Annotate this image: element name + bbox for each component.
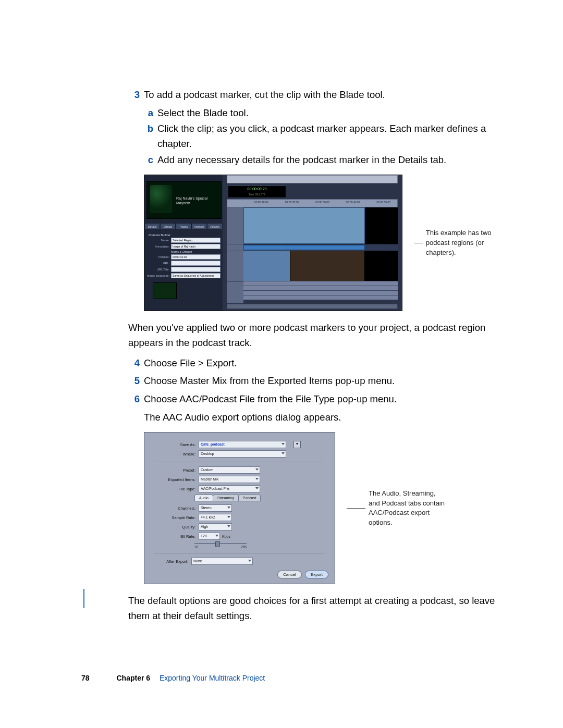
expand-button[interactable]: ▾ (293, 441, 301, 448)
tab-streaming[interactable]: Streaming (213, 495, 239, 501)
url-label: URL: (146, 262, 169, 265)
audio-track-4[interactable] (243, 295, 398, 300)
channels-select[interactable]: Stereo (199, 504, 232, 512)
movie-clip-a[interactable] (243, 251, 290, 281)
paragraph-after-fig1: When you've applied two or more podcast … (128, 320, 500, 350)
timeline-pane: 00:00:09:23 Beat 39.2.078 00:00:10:00 00… (223, 175, 402, 311)
chapter-checkbox-label[interactable]: Marks a Chapter (171, 250, 192, 253)
step-text: Choose File > Export. (144, 356, 500, 371)
step-4: 4 Choose File > Export. (128, 356, 500, 371)
toolbar[interactable] (227, 175, 398, 183)
divider (154, 553, 325, 553)
audio-track-2[interactable] (243, 286, 398, 290)
export-button[interactable]: Export (305, 571, 328, 578)
step-5: 5 Choose Master Mix from the Exported It… (128, 374, 500, 389)
position-label: Position: (146, 255, 169, 258)
url-field[interactable] (171, 261, 221, 266)
tab-podcast[interactable]: Podcast (238, 495, 261, 501)
callout-leader-line (347, 508, 365, 509)
chapter-label: Chapter 6 (116, 674, 150, 682)
channels-label: Channels: (152, 506, 195, 511)
tab-actions[interactable]: Actions (207, 223, 223, 229)
position-field[interactable]: 00:00:13:02 (171, 254, 221, 260)
callout-leader-line (414, 243, 423, 243)
quality-select[interactable]: High (199, 523, 232, 530)
where-label: Where: (152, 452, 195, 456)
filetype-select[interactable]: AAC/Podcast File (199, 485, 260, 492)
export-tabs: Audio Streaming Podcast (194, 495, 335, 501)
tab-analysis[interactable]: Analysis (191, 223, 207, 229)
substep-c: c Add any necessary details for the podc… (144, 153, 500, 168)
step-number: 3 (128, 88, 140, 103)
document-page: 3 To add a podcast marker, cut the clip … (0, 0, 563, 728)
step-number: 4 (128, 356, 140, 371)
exported-select[interactable]: Master Mix (199, 476, 260, 483)
step-text: Choose Master Mix from the Exported Item… (144, 374, 500, 389)
bitrate-slider[interactable] (194, 543, 247, 544)
podcast-region-1[interactable] (243, 245, 288, 250)
video-clip[interactable] (243, 207, 365, 244)
podcast-track[interactable] (243, 244, 398, 251)
video-track[interactable] (243, 207, 398, 244)
filetype-label: File Type: (152, 487, 195, 491)
saveas-label: Save As: (152, 442, 195, 447)
bitrate-unit: Kbps (222, 535, 230, 538)
name-field[interactable]: Selected Region (171, 238, 221, 243)
afterexport-label: After Export: (152, 559, 188, 564)
paragraph-after-fig2: The default options are good choices for… (128, 594, 500, 623)
bitrate-field[interactable]: 128 (199, 533, 220, 540)
annotation-label: Annotation: (146, 245, 169, 248)
afterexport-select[interactable]: None (191, 558, 253, 565)
figure-1-block: Raj Navin's Special Mayhem Details Effec… (144, 175, 500, 311)
horizontal-scrollbar[interactable] (227, 304, 398, 309)
samplerate-label: Sample Rate: (152, 515, 195, 520)
where-select[interactable]: Desktop (199, 450, 286, 458)
audio-track-1[interactable] (243, 281, 398, 286)
tab-audio[interactable]: Audio (194, 495, 213, 501)
cancel-button[interactable]: Cancel (277, 571, 302, 578)
exported-label: Exported Items: (152, 477, 195, 482)
track-headers (227, 207, 243, 303)
tab-details[interactable]: Details (144, 223, 160, 229)
substep-letter: c (144, 153, 153, 168)
podcast-region-2[interactable] (287, 245, 365, 250)
audio-track-3[interactable] (243, 290, 398, 295)
substep-text: Click the clip; as you click, a podcast … (157, 121, 500, 151)
tab-effects[interactable]: Effects (160, 223, 176, 229)
step-3: 3 To add a podcast marker, cut the clip … (128, 88, 500, 103)
movie-clip-b[interactable] (290, 251, 364, 281)
substep-text: Select the Blade tool. (157, 106, 249, 121)
footer-accent-bar (83, 589, 84, 608)
step-text: Choose AAC/Podcast File from the File Ty… (144, 392, 500, 407)
time-ruler[interactable]: 00:00:10:00 00:00:20:00 00:00:30:00 00:0… (227, 199, 398, 207)
samplerate-select[interactable]: 44.1 kHz (199, 514, 232, 521)
preset-select[interactable]: Custom… (199, 466, 260, 474)
urltitle-field[interactable] (171, 267, 221, 272)
substep-a: a Select the Blade tool. (144, 106, 500, 121)
bitrate-label: Bit Rate: (152, 534, 195, 539)
tab-tracks[interactable]: Tracks (176, 223, 191, 229)
panel-title: Podcast Builder (149, 233, 221, 237)
bitrate-slider-labels: 16 256 (194, 545, 247, 549)
tracks-area[interactable] (243, 207, 398, 303)
callout-text: This example has two podcast regions (or… (426, 228, 500, 258)
page-footer: 78 Chapter 6 Exporting Your Multitrack P… (81, 674, 265, 682)
annotation-field[interactable]: Image of Raj Navin (171, 244, 221, 249)
dialog-buttons: Cancel Export (277, 571, 328, 578)
movie-track[interactable] (243, 251, 398, 281)
substep-letter: a (144, 106, 153, 121)
left-pane: Raj Navin's Special Mayhem Details Effec… (144, 175, 223, 311)
urltitle-label: URL Title: (146, 268, 169, 271)
imgseq-field[interactable]: Same as Sequence of Appearance (171, 273, 221, 278)
saveas-field[interactable]: Cafe_podcast (199, 441, 286, 448)
substep-text: Add any necessary details for the podcas… (157, 153, 446, 168)
timecode-display: 00:00:09:23 Beat 39.2.078 (228, 186, 286, 198)
video-title: Raj Navin's Special Mayhem (176, 196, 221, 205)
step-number: 6 (128, 392, 140, 407)
preset-label: Preset: (152, 468, 195, 473)
imgseq-label: Image Sequence: (146, 274, 169, 277)
substep-letter: b (144, 121, 153, 151)
marker-thumbnail (153, 282, 177, 299)
timecode-sub: Beat 39.2.078 (228, 192, 286, 198)
callout-1: This example has two podcast regions (or… (414, 228, 500, 258)
